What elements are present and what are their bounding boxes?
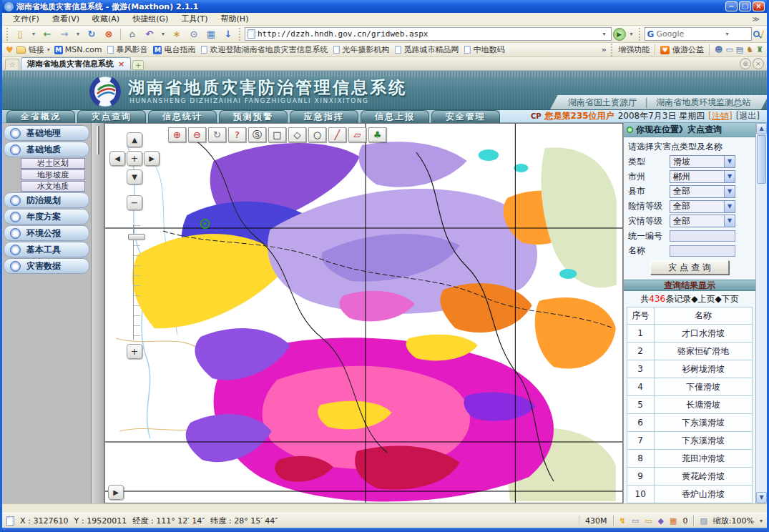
result-name[interactable]: 衫树垅滑坡 [654,360,753,378]
splitter-handle[interactable] [97,126,99,154]
pan-right-icon[interactable]: ▶ [144,151,160,166]
links-label[interactable]: 链接 [29,44,44,55]
scroll-thumb[interactable] [757,135,766,184]
prev-page-link[interactable]: ◆上页 [691,293,715,305]
table-row[interactable]: 7下东溪滑坡 [627,432,753,450]
chevron-down-icon[interactable]: ▼ [724,215,735,227]
sidebar-item-annual-plan[interactable]: ▤ 年度方案 [4,209,89,225]
nav-tab-forecast[interactable]: 预测预警 [219,110,288,123]
close-button[interactable]: × [753,1,765,11]
favorites-tab-icon[interactable]: ☆ [5,59,19,70]
type-select[interactable]: 滑坡 ▼ [670,155,735,168]
forward-icon[interactable]: → [57,27,72,41]
home-icon[interactable]: ⌂ [124,27,140,41]
result-name[interactable]: 下东溪滑坡 [654,414,753,432]
menu-overflow-icon[interactable]: ≫ [753,15,763,23]
menu-favorites[interactable]: 收藏(A) [86,13,126,25]
url-dropdown-icon[interactable]: ▾ [600,27,609,41]
table-row[interactable]: 2骆家恒矿滑地 [627,343,753,360]
undo-icon[interactable]: ↶ [142,27,157,41]
link-zhongdi[interactable]: 中地数码 [463,44,506,55]
refresh-icon[interactable]: ↻ [84,27,99,41]
unified-id-input[interactable] [670,230,735,242]
sidebar-splitter[interactable] [92,123,104,503]
history-dropdown-icon[interactable]: ▾ [74,27,82,41]
window-icon[interactable]: ▭ [725,45,733,54]
download-icon[interactable]: ↓ [220,27,236,41]
resize-page-icon[interactable]: ▨ [700,516,707,526]
undo-dropdown-icon[interactable]: ▾ [159,27,167,41]
county-select[interactable]: 全部 ▼ [670,185,735,198]
redraw-icon[interactable]: ↻ [208,127,226,142]
city-select[interactable]: 郴州 ▼ [670,170,735,183]
enhance-features-button[interactable]: 增强功能 [618,44,650,55]
menu-groups[interactable]: 快捷组(G) [126,13,175,25]
result-name[interactable]: 才口水滑坡 [654,325,753,343]
menu-view[interactable]: 查看(V) [46,13,86,25]
chevron-down-icon[interactable]: ▼ [724,201,735,212]
new-page-dropdown-icon[interactable]: ▾ [29,27,38,41]
zoom-slider-plus-icon[interactable]: + [127,344,142,359]
sidebar-sub-rock-zoning[interactable]: 岩土区划 [21,158,85,169]
chevron-down-icon[interactable]: ▼ [724,156,735,167]
nav-tab-emergency[interactable]: 应急指挥 [290,110,358,123]
sidebar-sub-hydrogeology[interactable]: 水文地质 [21,181,85,192]
result-name[interactable]: 荒田冲滑坡 [654,450,753,468]
sidebar-sub-terrain-slope[interactable]: 地形坡度 [21,169,85,180]
nav-tab-statistics[interactable]: 信息统计 [148,110,217,123]
snap-icon[interactable]: ▦ [203,27,219,41]
zoom-slider-track[interactable] [133,225,140,340]
select-rectangle-icon[interactable]: □ [268,127,286,142]
result-name[interactable]: 黄花岭滑坡 [654,468,753,486]
notebook-icon[interactable]: ◆ [658,516,664,526]
url-input[interactable] [258,29,598,39]
zoom-slider-handle[interactable] [128,234,145,240]
nav-tab-security[interactable]: 安全管理 [431,110,500,123]
restore-button[interactable]: □ [739,1,751,11]
table-row[interactable]: 6下东溪滑坡 [627,414,753,432]
table-row[interactable]: 10香炉山滑坡 [627,486,753,503]
menu-tools[interactable]: 工具(T) [175,13,214,25]
link-land-resources[interactable]: 湖南省国土资源厅 [568,97,637,109]
favorites-heart-icon[interactable]: ♥ [6,45,14,55]
link-radio[interactable]: M电台指南 [152,44,197,55]
go-button[interactable]: ▶ [613,28,626,41]
result-name[interactable]: 骆家恒矿滑地 [654,343,753,360]
disaster-query-button[interactable]: 灾 点 查 询 [650,260,729,275]
minimize-button[interactable]: − [725,1,738,11]
scroll-down-icon[interactable]: ▼ [756,492,767,503]
hotlink-icon[interactable]: ○ [308,127,326,142]
pan-center-icon[interactable]: + [127,151,142,166]
table-row[interactable]: 8荒田冲滑坡 [627,450,753,468]
sidebar-item-base-geology[interactable]: ▣ 基础地质 [4,142,89,157]
account-icon[interactable]: ☻ [715,45,723,54]
back-icon[interactable]: ← [39,27,55,41]
zoom-dropdown-icon[interactable]: ▾ [760,518,763,524]
tab-close-icon[interactable]: × [118,59,124,69]
sidebar-item-env-bulletin[interactable]: ▤ 环境公报 [4,225,89,241]
link-msn[interactable]: MMSN.com [53,45,104,54]
notes-icon[interactable]: ▤ [736,45,743,54]
table-row[interactable]: 4下僮滑坡 [627,378,753,396]
zoom-in-icon[interactable]: ⊕ [168,127,186,142]
scroll-right-icon[interactable]: ▶ [108,485,124,500]
result-name[interactable]: 香炉山滑坡 [654,486,753,503]
sidebar-item-prevention-plan[interactable]: ⚒ 防治规划 [4,192,89,208]
nav-tab-overview[interactable]: 全省概况 [6,110,75,123]
sidebar-item-disaster-data[interactable]: ◔ 灾害数据 [4,258,89,274]
chevron-down-icon[interactable]: ▼ [724,171,735,182]
popup-blocker-icon[interactable]: ▦ [670,516,677,526]
history-icon[interactable]: ⊙ [186,27,202,41]
table-row[interactable]: 9黄花岭滑坡 [627,468,753,486]
folder-status-icon[interactable]: ▭ [645,516,652,526]
link-photo[interactable]: 光年摄影机构 [332,44,391,55]
result-name[interactable]: 下僮滑坡 [654,378,753,396]
charity-link[interactable]: 傲游公益 [672,44,704,55]
bookmark-icon[interactable]: ♞ [746,45,753,54]
new-tab-button[interactable]: + [132,60,144,70]
link-geo-monitoring[interactable]: 湖南省地质环境监测总站 [656,97,750,109]
search-engine-dropdown-icon[interactable]: ▾ [723,27,731,41]
measure-line-icon[interactable]: ╱ [328,127,346,142]
search-icon[interactable] [753,31,760,37]
pouch-icon[interactable]: ▭ [632,516,639,526]
